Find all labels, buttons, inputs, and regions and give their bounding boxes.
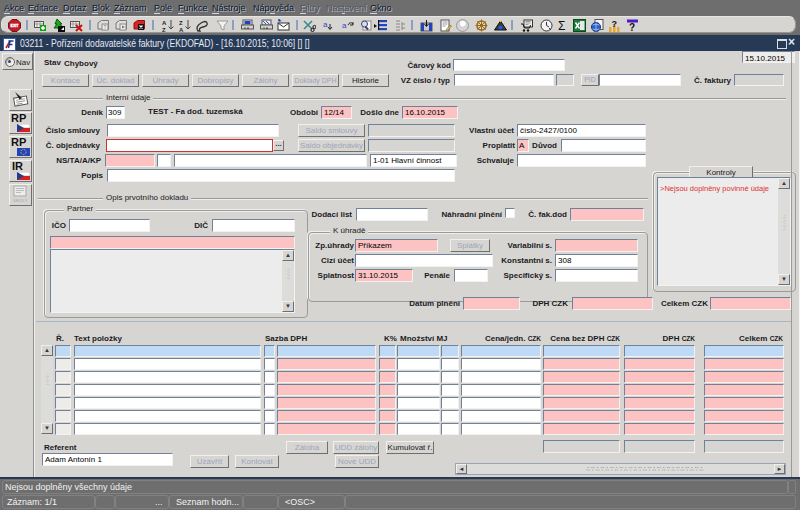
svg-text:EXIT: EXIT <box>11 24 20 28</box>
svg-text:a: a <box>342 21 347 30</box>
svg-text:A: A <box>162 20 167 26</box>
svg-text:?: ? <box>104 24 107 30</box>
svg-text:Z: Z <box>162 27 166 32</box>
svg-text:a: a <box>323 20 328 29</box>
svg-text:Z: Z <box>179 20 183 26</box>
svg-text:A: A <box>179 27 184 32</box>
svg-text:ÚKOLY: ÚKOLY <box>14 198 28 203</box>
svg-text:Σ: Σ <box>558 19 565 32</box>
svg-text:?: ? <box>629 22 635 32</box>
svg-text:?: ? <box>612 19 618 29</box>
